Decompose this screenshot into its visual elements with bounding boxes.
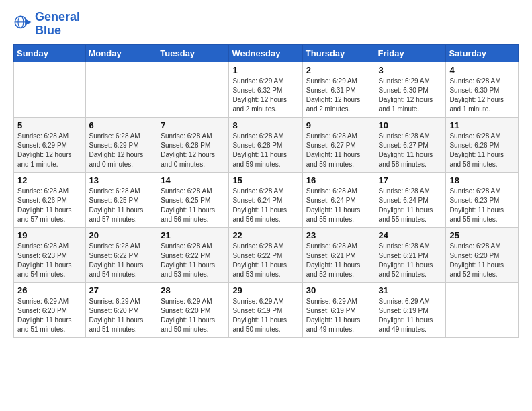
day-number: 20: [89, 230, 154, 240]
table-row: 29Sunrise: 6:29 AM Sunset: 6:19 PM Dayli…: [229, 282, 302, 337]
col-monday: Monday: [85, 44, 157, 62]
table-row: 15Sunrise: 6:28 AM Sunset: 6:24 PM Dayli…: [229, 172, 302, 227]
table-row: [446, 282, 519, 337]
day-number: 11: [449, 120, 515, 130]
table-row: 3Sunrise: 6:29 AM Sunset: 6:30 PM Daylig…: [375, 62, 446, 117]
calendar-header-row: Sunday Monday Tuesday Wednesday Thursday…: [14, 44, 519, 62]
day-number: 2: [306, 65, 371, 75]
table-row: 12Sunrise: 6:28 AM Sunset: 6:26 PM Dayli…: [14, 172, 86, 227]
day-number: 8: [232, 120, 298, 130]
day-number: 3: [379, 65, 443, 75]
table-row: 20Sunrise: 6:28 AM Sunset: 6:22 PM Dayli…: [85, 227, 157, 282]
day-info: Sunrise: 6:28 AM Sunset: 6:29 PM Dayligh…: [89, 132, 154, 169]
day-info: Sunrise: 6:28 AM Sunset: 6:23 PM Dayligh…: [17, 242, 82, 279]
col-saturday: Saturday: [446, 44, 519, 62]
day-number: 24: [379, 230, 443, 240]
logo-general: General: [35, 10, 80, 24]
day-number: 18: [449, 175, 515, 185]
day-info: Sunrise: 6:28 AM Sunset: 6:24 PM Dayligh…: [306, 187, 371, 224]
day-info: Sunrise: 6:28 AM Sunset: 6:23 PM Dayligh…: [449, 187, 515, 224]
table-row: 31Sunrise: 6:29 AM Sunset: 6:19 PM Dayli…: [375, 282, 446, 337]
day-number: 7: [161, 120, 225, 130]
calendar-week-row: 5Sunrise: 6:28 AM Sunset: 6:29 PM Daylig…: [14, 117, 519, 172]
table-row: 2Sunrise: 6:29 AM Sunset: 6:31 PM Daylig…: [302, 62, 375, 117]
logo-blue: Blue: [35, 24, 61, 37]
table-row: [85, 62, 157, 117]
day-info: Sunrise: 6:29 AM Sunset: 6:20 PM Dayligh…: [17, 297, 82, 334]
table-row: 11Sunrise: 6:28 AM Sunset: 6:26 PM Dayli…: [446, 117, 519, 172]
day-info: Sunrise: 6:29 AM Sunset: 6:20 PM Dayligh…: [161, 297, 225, 334]
day-info: Sunrise: 6:28 AM Sunset: 6:24 PM Dayligh…: [379, 187, 443, 224]
day-info: Sunrise: 6:28 AM Sunset: 6:25 PM Dayligh…: [89, 187, 154, 224]
day-info: Sunrise: 6:28 AM Sunset: 6:27 PM Dayligh…: [306, 132, 371, 169]
col-friday: Friday: [375, 44, 446, 62]
logo: General Blue: [13, 11, 80, 38]
day-number: 14: [161, 175, 225, 185]
col-wednesday: Wednesday: [229, 44, 302, 62]
header: General Blue: [13, 11, 519, 38]
day-number: 26: [17, 285, 82, 295]
day-info: Sunrise: 6:28 AM Sunset: 6:26 PM Dayligh…: [449, 132, 515, 169]
calendar-week-row: 1Sunrise: 6:29 AM Sunset: 6:32 PM Daylig…: [14, 62, 519, 117]
table-row: 8Sunrise: 6:28 AM Sunset: 6:28 PM Daylig…: [229, 117, 302, 172]
page: General Blue Sunday Monday Tuesday Wedne…: [0, 0, 532, 349]
day-number: 22: [232, 230, 298, 240]
day-info: Sunrise: 6:28 AM Sunset: 6:22 PM Dayligh…: [232, 242, 298, 279]
table-row: 6Sunrise: 6:28 AM Sunset: 6:29 PM Daylig…: [85, 117, 157, 172]
col-thursday: Thursday: [302, 44, 375, 62]
day-info: Sunrise: 6:28 AM Sunset: 6:28 PM Dayligh…: [161, 132, 225, 169]
calendar-week-row: 26Sunrise: 6:29 AM Sunset: 6:20 PM Dayli…: [14, 282, 519, 337]
day-number: 30: [306, 285, 371, 295]
col-sunday: Sunday: [14, 44, 86, 62]
day-info: Sunrise: 6:28 AM Sunset: 6:26 PM Dayligh…: [17, 187, 82, 224]
day-info: Sunrise: 6:28 AM Sunset: 6:22 PM Dayligh…: [89, 242, 154, 279]
day-info: Sunrise: 6:29 AM Sunset: 6:30 PM Dayligh…: [379, 77, 443, 114]
table-row: 19Sunrise: 6:28 AM Sunset: 6:23 PM Dayli…: [14, 227, 86, 282]
day-info: Sunrise: 6:28 AM Sunset: 6:21 PM Dayligh…: [306, 242, 371, 279]
day-info: Sunrise: 6:28 AM Sunset: 6:30 PM Dayligh…: [449, 77, 515, 114]
table-row: 23Sunrise: 6:28 AM Sunset: 6:21 PM Dayli…: [302, 227, 375, 282]
day-number: 10: [379, 120, 443, 130]
day-info: Sunrise: 6:28 AM Sunset: 6:28 PM Dayligh…: [232, 132, 298, 169]
day-number: 19: [17, 230, 82, 240]
table-row: 4Sunrise: 6:28 AM Sunset: 6:30 PM Daylig…: [446, 62, 519, 117]
table-row: 26Sunrise: 6:29 AM Sunset: 6:20 PM Dayli…: [14, 282, 86, 337]
table-row: 17Sunrise: 6:28 AM Sunset: 6:24 PM Dayli…: [375, 172, 446, 227]
day-number: 5: [17, 120, 82, 130]
table-row: 1Sunrise: 6:29 AM Sunset: 6:32 PM Daylig…: [229, 62, 302, 117]
day-info: Sunrise: 6:28 AM Sunset: 6:29 PM Dayligh…: [17, 132, 82, 169]
table-row: [14, 62, 86, 117]
day-info: Sunrise: 6:28 AM Sunset: 6:27 PM Dayligh…: [379, 132, 443, 169]
table-row: 18Sunrise: 6:28 AM Sunset: 6:23 PM Dayli…: [446, 172, 519, 227]
calendar-week-row: 19Sunrise: 6:28 AM Sunset: 6:23 PM Dayli…: [14, 227, 519, 282]
calendar-week-row: 12Sunrise: 6:28 AM Sunset: 6:26 PM Dayli…: [14, 172, 519, 227]
table-row: 25Sunrise: 6:28 AM Sunset: 6:20 PM Dayli…: [446, 227, 519, 282]
day-info: Sunrise: 6:28 AM Sunset: 6:21 PM Dayligh…: [379, 242, 443, 279]
col-tuesday: Tuesday: [157, 44, 229, 62]
day-number: 29: [232, 285, 298, 295]
day-number: 31: [379, 285, 443, 295]
table-row: 30Sunrise: 6:29 AM Sunset: 6:19 PM Dayli…: [302, 282, 375, 337]
day-info: Sunrise: 6:29 AM Sunset: 6:19 PM Dayligh…: [379, 297, 443, 334]
day-number: 16: [306, 175, 371, 185]
day-info: Sunrise: 6:29 AM Sunset: 6:31 PM Dayligh…: [306, 77, 371, 114]
day-number: 15: [232, 175, 298, 185]
table-row: 22Sunrise: 6:28 AM Sunset: 6:22 PM Dayli…: [229, 227, 302, 282]
logo-icon: [13, 15, 32, 34]
day-info: Sunrise: 6:28 AM Sunset: 6:22 PM Dayligh…: [161, 242, 225, 279]
day-info: Sunrise: 6:28 AM Sunset: 6:25 PM Dayligh…: [161, 187, 225, 224]
day-number: 25: [449, 230, 515, 240]
table-row: 21Sunrise: 6:28 AM Sunset: 6:22 PM Dayli…: [157, 227, 229, 282]
table-row: [157, 62, 229, 117]
day-number: 28: [161, 285, 225, 295]
svg-marker-4: [25, 19, 31, 25]
table-row: 24Sunrise: 6:28 AM Sunset: 6:21 PM Dayli…: [375, 227, 446, 282]
table-row: 27Sunrise: 6:29 AM Sunset: 6:20 PM Dayli…: [85, 282, 157, 337]
table-row: 16Sunrise: 6:28 AM Sunset: 6:24 PM Dayli…: [302, 172, 375, 227]
table-row: 5Sunrise: 6:28 AM Sunset: 6:29 PM Daylig…: [14, 117, 86, 172]
day-number: 4: [449, 65, 515, 75]
day-info: Sunrise: 6:29 AM Sunset: 6:19 PM Dayligh…: [232, 297, 298, 334]
day-info: Sunrise: 6:29 AM Sunset: 6:19 PM Dayligh…: [306, 297, 371, 334]
table-row: 10Sunrise: 6:28 AM Sunset: 6:27 PM Dayli…: [375, 117, 446, 172]
day-info: Sunrise: 6:29 AM Sunset: 6:32 PM Dayligh…: [232, 77, 298, 114]
